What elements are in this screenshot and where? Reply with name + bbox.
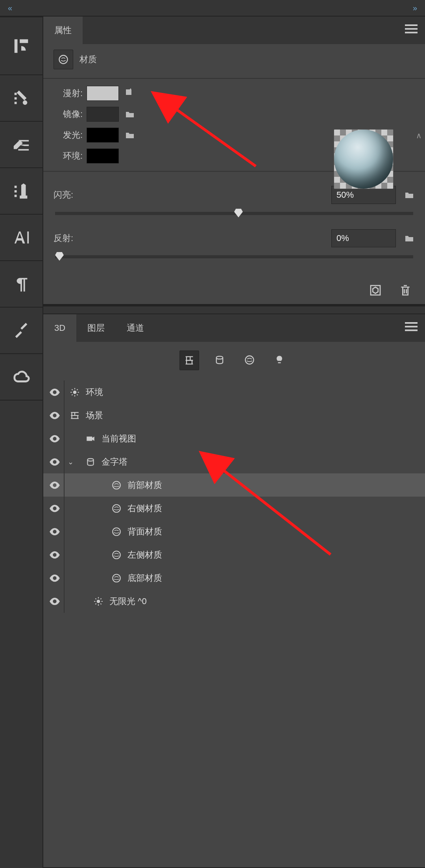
svg-point-14 [113, 551, 120, 559]
shine-slider[interactable] [55, 212, 413, 215]
filter-scene-button[interactable] [179, 351, 199, 370]
render-button[interactable] [368, 282, 383, 298]
collapse-right-icon[interactable]: » [413, 4, 417, 13]
filter-mesh-button[interactable] [210, 351, 229, 369]
tab-3d[interactable]: 3D [43, 314, 76, 342]
env-color-swatch[interactable] [87, 148, 119, 163]
scene-icon [68, 410, 82, 421]
filter-light-button[interactable] [270, 351, 289, 369]
emit-label: 发光: [54, 129, 83, 141]
tree-material-front[interactable]: 前部材质 [43, 473, 425, 497]
tree-label: 无限光 ^0 [109, 595, 147, 607]
shine-label: 闪亮: [54, 189, 93, 201]
svg-point-15 [113, 574, 120, 582]
svg-point-13 [113, 528, 120, 536]
material-icon [109, 573, 124, 583]
sidebar-brush-presets[interactable] [0, 75, 42, 122]
svg-point-10 [73, 390, 77, 394]
visibility-toggle[interactable] [46, 551, 64, 559]
sidebar-paragraph[interactable] [0, 261, 42, 308]
tree-pyramid[interactable]: ⌄ 金字塔 [43, 450, 425, 473]
tree-scene[interactable]: 场景 [43, 404, 425, 427]
svg-rect-1 [405, 28, 418, 30]
svg-rect-8 [405, 330, 418, 331]
emit-color-swatch[interactable] [87, 128, 119, 143]
visibility-toggle[interactable] [46, 481, 64, 489]
filter-material-button[interactable] [240, 351, 259, 369]
panel-top-bar: « » [0, 0, 425, 17]
sidebar-creative-cloud[interactable] [0, 354, 42, 401]
sidebar-clone-source[interactable] [0, 168, 42, 215]
tree-material-back[interactable]: 背面材质 [43, 520, 425, 543]
material-section-label: 材质 [79, 54, 97, 65]
tree-label: 场景 [86, 410, 103, 421]
visibility-toggle[interactable] [46, 388, 64, 396]
visibility-toggle[interactable] [46, 412, 64, 419]
tree-label: 环境 [86, 386, 103, 398]
visibility-toggle[interactable] [46, 458, 64, 466]
reflect-value-input[interactable]: 0% [331, 229, 396, 247]
mirror-folder-button[interactable] [124, 108, 135, 121]
tree-label: 前部材质 [128, 479, 162, 491]
svg-rect-0 [405, 24, 418, 26]
visibility-toggle[interactable] [46, 435, 64, 443]
diffuse-label: 漫射: [54, 87, 83, 99]
collapse-left-icon[interactable]: « [8, 4, 12, 13]
sidebar-brush-settings[interactable] [0, 122, 42, 168]
svg-rect-7 [405, 326, 418, 327]
mirror-color-swatch[interactable] [87, 107, 119, 122]
visibility-toggle[interactable] [46, 504, 64, 512]
diffuse-color-swatch[interactable] [87, 86, 119, 101]
tab-layers[interactable]: 图层 [76, 314, 116, 342]
visibility-toggle[interactable] [46, 574, 64, 582]
tree-infinite-light[interactable]: 无限光 ^0 [43, 590, 425, 613]
tab-properties[interactable]: 属性 [43, 17, 83, 44]
3d-scene-tree: 环境 场景 当前视图 ⌄ [43, 379, 425, 629]
svg-rect-2 [405, 32, 418, 33]
reflect-label: 反射: [54, 232, 93, 244]
tree-label: 金字塔 [102, 456, 128, 468]
svg-rect-6 [405, 322, 418, 324]
expand-toggle[interactable]: ⌄ [68, 458, 76, 466]
camera-icon [83, 434, 98, 444]
material-preview[interactable] [334, 129, 394, 189]
tool-sidebar [0, 17, 43, 868]
3d-panel: 3D 图层 通道 环境 [43, 314, 425, 868]
sidebar-tools[interactable] [0, 308, 42, 354]
sidebar-character[interactable] [0, 215, 42, 261]
tree-material-left[interactable]: 左侧材质 [43, 543, 425, 566]
scroll-up-icon[interactable]: ∧ [416, 131, 422, 140]
reflect-slider[interactable] [55, 255, 413, 258]
tree-material-right[interactable]: 右侧材质 [43, 497, 425, 520]
tree-material-bottom[interactable]: 底部材质 [43, 566, 425, 590]
sidebar-panel-toggle[interactable] [0, 17, 42, 75]
tree-environment[interactable]: 环境 [43, 380, 425, 404]
diffuse-texture-button[interactable] [124, 88, 135, 99]
svg-point-12 [113, 504, 120, 512]
env-label: 环境: [54, 150, 83, 162]
material-icon [109, 480, 124, 490]
trash-button[interactable] [397, 282, 413, 298]
light-icon [91, 596, 105, 606]
environment-icon [68, 387, 82, 397]
properties-panel: 属性 材质 漫射: [43, 17, 425, 306]
mesh-icon [83, 457, 98, 467]
mirror-label: 镜像: [54, 108, 83, 120]
svg-point-16 [97, 599, 100, 603]
tab-channels[interactable]: 通道 [116, 314, 155, 342]
3d-panel-menu-button[interactable] [405, 322, 418, 334]
material-icon [109, 527, 124, 537]
reflect-folder-button[interactable] [404, 232, 415, 245]
panel-menu-button[interactable] [405, 24, 418, 36]
material-icon [109, 550, 124, 560]
tree-current-view[interactable]: 当前视图 [43, 427, 425, 450]
tree-label: 左侧材质 [128, 549, 162, 561]
emit-folder-button[interactable] [124, 129, 135, 141]
material-icon [109, 503, 124, 514]
tree-label: 右侧材质 [128, 503, 162, 514]
visibility-toggle[interactable] [46, 528, 64, 536]
svg-point-11 [113, 481, 120, 489]
tree-label: 当前视图 [102, 433, 136, 445]
visibility-toggle[interactable] [46, 597, 64, 605]
shine-folder-button[interactable] [404, 189, 415, 201]
